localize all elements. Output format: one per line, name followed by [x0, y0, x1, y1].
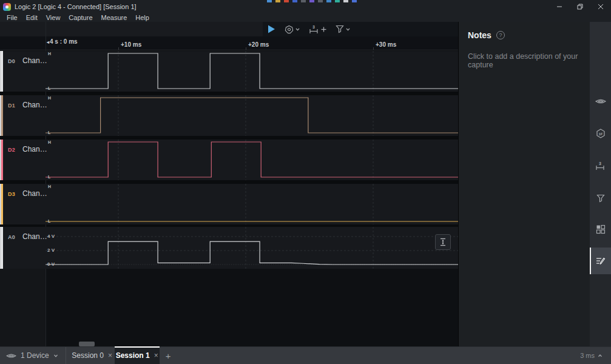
bottom-bar: 1 Device Session 0 × Session 1 × + 3 ms — [0, 346, 611, 364]
high-level-label: H — [48, 184, 51, 189]
help-icon[interactable]: ? — [496, 31, 505, 39]
capture-duration-value: 3 ms — [580, 352, 595, 359]
ruler-3-icon: 3 — [309, 25, 319, 34]
tab-session-0[interactable]: Session 0 × — [70, 347, 115, 364]
device-count-label: 1 Device — [21, 351, 49, 360]
channel-id: D2 — [8, 147, 15, 153]
volt-scale-label: 2 V — [47, 248, 55, 253]
capture-toolbar: 3 — [0, 22, 458, 36]
menu-help[interactable]: Help — [131, 13, 154, 22]
channel-color-strip — [1, 140, 3, 180]
channel-row-d2: D2Chan…HL — [0, 140, 458, 180]
channel-id: D0 — [8, 58, 15, 64]
add-session-button[interactable]: + — [160, 347, 177, 364]
menu-capture[interactable]: Capture — [64, 13, 96, 22]
channel-id: D1 — [8, 103, 15, 109]
bottom-bar-divider — [66, 347, 66, 364]
menu-view[interactable]: View — [42, 13, 65, 22]
channel-label-a0[interactable]: A0Chan… — [0, 227, 46, 269]
notes-description-input[interactable]: Click to add a description of your captu… — [459, 40, 590, 69]
app-logo-icon — [3, 3, 11, 11]
measurements-icon[interactable]: 3 — [590, 152, 611, 179]
channel-color-strip — [1, 184, 3, 224]
channel-name: Chan… — [22, 232, 47, 241]
minimize-icon — [556, 4, 562, 10]
high-level-label: H — [48, 140, 51, 144]
menu-edit[interactable]: Edit — [22, 13, 42, 22]
waveform-d2[interactable]: HL — [46, 140, 458, 180]
plus-icon — [321, 27, 326, 32]
restore-button[interactable] — [570, 0, 590, 13]
device-gear-icon — [285, 25, 294, 34]
channel-name: Chan… — [22, 145, 47, 153]
low-level-label: L — [48, 175, 50, 179]
close-icon — [598, 4, 604, 10]
empty-waveform-area — [46, 269, 458, 346]
empty-channel-panel — [0, 269, 46, 346]
tab-session-1[interactable]: Session 1 × — [115, 347, 160, 364]
filters-button[interactable] — [334, 24, 352, 35]
close-tab-icon[interactable]: × — [108, 351, 112, 360]
timeline-tick-label: +20 ms — [248, 41, 269, 48]
waveform-d0[interactable]: HL — [46, 51, 458, 92]
channel-label-d1[interactable]: D1Chan… — [0, 95, 46, 136]
play-icon — [268, 25, 275, 33]
channel-label-d2[interactable]: D2Chan… — [0, 140, 46, 180]
channel-label-d3[interactable]: D3Chan… — [0, 184, 46, 224]
device-settings-button[interactable] — [283, 24, 302, 35]
chevron-down-icon — [346, 28, 350, 31]
channel-color-strip — [1, 227, 3, 269]
waveform-a0[interactable]: 4 V2 V0 V — [46, 227, 458, 269]
svg-text:1F: 1F — [598, 132, 603, 136]
close-tab-icon[interactable]: × — [154, 351, 158, 360]
restore-icon — [577, 4, 583, 10]
volt-scale-label: 4 V — [47, 234, 55, 239]
timeline-tick-label: +10 ms — [121, 41, 141, 48]
channel-row-d1: D1Chan…HL — [0, 95, 458, 136]
low-level-label: L — [48, 130, 50, 135]
menu-file[interactable]: File — [2, 13, 22, 22]
annotations-icon[interactable] — [590, 248, 611, 274]
horizontal-scrollbar-thumb[interactable] — [79, 342, 95, 346]
close-window-button[interactable] — [590, 0, 611, 13]
funnel-icon — [336, 25, 344, 33]
chevron-down-icon — [53, 354, 58, 357]
extensions-icon[interactable] — [590, 216, 611, 243]
minimize-button[interactable] — [549, 0, 570, 13]
waveform-d1[interactable]: HL — [46, 95, 458, 136]
timeline-ruler[interactable]: ◂4 s : 0 ms +10 ms+20 ms+30 ms — [0, 36, 458, 50]
titlebar: Logic 2 [Logic 4 - Connected] [Session 1… — [0, 0, 611, 13]
add-measurement-button[interactable]: 3 — [307, 24, 328, 35]
capture-duration-control[interactable]: 3 ms — [580, 347, 611, 364]
channel-row-d3: D3Chan…HL — [0, 184, 458, 224]
triggers-icon[interactable] — [590, 185, 611, 212]
device-icon[interactable] — [590, 88, 611, 115]
channel-name: Chan… — [22, 56, 47, 65]
channel-name: Chan… — [22, 189, 47, 198]
waveform-d3[interactable]: HL — [46, 184, 458, 224]
start-capture-button[interactable] — [266, 24, 277, 35]
timeline-tick-mark — [246, 47, 246, 50]
channel-id: D3 — [8, 191, 15, 197]
right-sidebar: 1F 3 — [590, 22, 611, 346]
svg-text:3: 3 — [312, 25, 315, 29]
high-level-label: H — [48, 96, 51, 100]
chevron-down-icon — [295, 28, 300, 31]
timeline-origin-label: ◂4 s : 0 ms — [47, 38, 78, 45]
low-level-label: L — [48, 86, 50, 90]
low-level-label: L — [48, 219, 50, 223]
logic2-window: Logic 2 [Logic 4 - Connected] [Session 1… — [0, 0, 611, 364]
channel-id: A0 — [8, 234, 15, 240]
channel-color-strip — [1, 51, 3, 92]
svg-text:3: 3 — [599, 161, 601, 166]
analog-scale-button[interactable] — [435, 234, 451, 250]
analyzers-icon[interactable]: 1F — [590, 120, 611, 147]
channel-color-strip — [1, 95, 3, 136]
notes-title: Notes — [468, 30, 491, 40]
volt-scale-label: 0 V — [47, 261, 55, 267]
origin-marker-icon: ◂ — [47, 39, 49, 45]
channels-container: D0Chan…HLD1Chan…HLD2Chan…HLD3Chan…HLA0Ch… — [0, 50, 458, 269]
menu-measure[interactable]: Measure — [97, 13, 132, 22]
device-selector[interactable]: 1 Device — [0, 347, 66, 364]
channel-label-d0[interactable]: D0Chan… — [0, 51, 46, 92]
